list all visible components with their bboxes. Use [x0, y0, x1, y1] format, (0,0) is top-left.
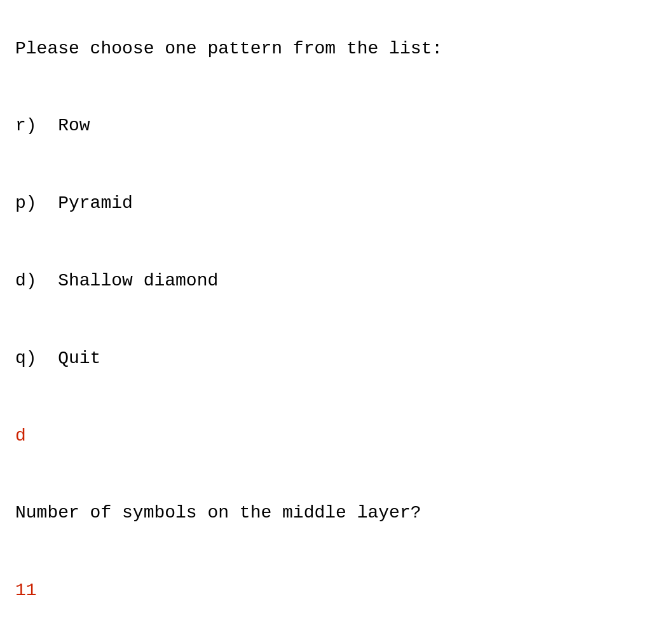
middle-layer-prompt: Number of symbols on the middle layer? [15, 503, 421, 523]
option-q: q) Quit [15, 348, 100, 368]
option-p: p) Pyramid [15, 193, 133, 213]
user-choice: d [15, 426, 26, 446]
prompt-line: Please choose one pattern from the list: [15, 39, 442, 58]
terminal-window: Please choose one pattern from the list:… [15, 10, 648, 644]
user-number: 11 [15, 580, 37, 600]
option-r: r) Row [15, 116, 90, 135]
option-d: d) Shallow diamond [15, 271, 218, 291]
